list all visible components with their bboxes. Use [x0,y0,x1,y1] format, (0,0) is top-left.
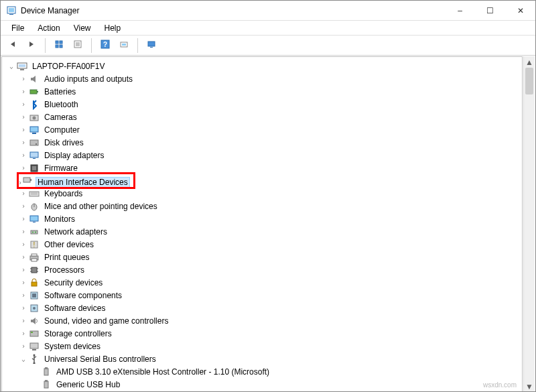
device-node[interactable]: AMD USB 3.10 eXtensible Host Controller … [6,365,522,378]
device-category[interactable]: ›Monitors [6,212,522,225]
expand-toggle[interactable]: › [18,101,29,108]
tree-item-label: Universal Serial Bus controllers [42,354,158,365]
device-category[interactable]: ›Batteries [6,85,522,98]
expand-toggle[interactable]: › [18,113,29,121]
expand-toggle[interactable]: › [18,75,29,82]
device-category[interactable]: ›Keyboards [6,187,522,200]
arrow-left-icon [8,40,17,51]
device-category[interactable]: ›Sound, video and game controllers [6,314,522,327]
device-category[interactable]: ›Bluetooth [6,98,522,111]
expand-toggle[interactable]: › [18,241,29,248]
svg-rect-40 [33,222,36,222]
device-category[interactable]: ›Network adapters [6,225,522,238]
svg-rect-61 [30,343,38,348]
svg-point-58 [33,307,36,310]
scroll-down-button[interactable]: ▼ [524,381,535,392]
tree-item-label: Audio inputs and outputs [42,74,135,84]
monitor-button[interactable] [143,38,159,54]
device-category[interactable]: ›Security devices [6,276,522,289]
device-category[interactable]: ›Computer [6,123,522,136]
device-category[interactable]: ›!Other devices [6,238,522,251]
device-category[interactable]: ›Print queues [6,251,522,263]
vertical-scrollbar[interactable]: ▲ ▼ [523,56,535,392]
device-category[interactable]: ›Audio inputs and outputs [6,72,522,85]
computer-root-icon [17,61,27,72]
collapse-toggle[interactable]: ⌄ [18,355,29,363]
scroll-track[interactable] [524,68,535,381]
device-category[interactable]: ›Cameras [6,111,522,123]
svg-rect-2 [9,14,13,15]
expand-toggle[interactable]: › [18,164,29,172]
window-title: Device Manager [21,6,79,15]
tree-item-label: Mice and other pointing devices [42,201,159,212]
svg-rect-19 [20,69,24,70]
tree-item-label: Monitors [42,214,77,224]
expand-toggle[interactable]: › [18,126,29,133]
usb-icon [29,354,40,365]
scroll-thumb[interactable] [525,68,533,94]
menu-help[interactable]: Help [98,22,128,34]
menu-file[interactable]: File [5,22,31,34]
tree-item-label: Storage controllers [42,328,114,339]
device-category[interactable]: ›Processors [6,263,522,276]
menu-action[interactable]: Action [31,22,66,34]
properties-button[interactable] [70,38,86,54]
device-category[interactable]: ›Storage controllers [6,327,522,340]
svg-rect-24 [30,127,38,132]
svg-rect-48 [31,259,37,261]
svg-rect-31 [32,166,36,170]
maximize-button[interactable]: ☐ [475,1,505,21]
device-category[interactable]: ›Software components [6,289,522,302]
device-category[interactable]: ›Display adapters [6,149,522,161]
expand-toggle[interactable]: › [18,342,29,350]
expand-toggle[interactable]: › [18,202,29,210]
device-tree[interactable]: ⌄LAPTOP-FFA00F1V›Audio inputs and output… [1,56,523,392]
grid-icon [54,40,64,51]
tree-item-label: Software devices [42,303,107,314]
expand-toggle[interactable]: › [18,215,29,222]
scroll-up-button[interactable]: ▲ [524,56,535,68]
device-category[interactable]: ⌄Universal Serial Bus controllers [6,352,522,365]
tree-item-label: Keyboards [42,188,84,199]
svg-point-63 [34,354,36,356]
expand-toggle[interactable]: › [18,266,29,273]
minimize-button[interactable]: – [445,1,475,21]
expand-toggle[interactable]: › [18,317,29,324]
expand-toggle[interactable]: › [18,88,29,95]
close-button[interactable]: ✕ [505,1,535,21]
titlebar: Device Manager – ☐ ✕ [1,1,535,21]
device-category[interactable]: ›Human Interface Devices [6,174,522,187]
firmware-icon [29,163,40,174]
back-button[interactable] [5,38,21,54]
watermark: wsxdn.com [483,381,517,389]
toolbar-separator [137,38,138,53]
device-category[interactable]: ›System devices [6,340,522,352]
expand-toggle[interactable]: › [18,139,29,146]
forward-button[interactable] [23,38,40,54]
svg-rect-5 [56,45,58,48]
device-category[interactable]: ›Mice and other pointing devices [6,200,522,212]
expand-toggle[interactable]: › [18,151,29,159]
software-icon [29,290,40,301]
help-button[interactable]: ? [97,38,113,54]
expand-toggle[interactable]: › [18,304,29,312]
svg-rect-47 [31,254,37,256]
menu-view[interactable]: View [67,22,98,34]
tree-item-label: Display adapters [42,150,106,161]
expand-toggle[interactable]: › [18,190,29,197]
expand-toggle[interactable]: › [18,228,29,235]
root-node[interactable]: ⌄LAPTOP-FFA00F1V [6,60,522,72]
device-category[interactable]: ›Firmware [6,161,522,174]
expand-toggle[interactable]: › [18,291,29,299]
toolbar: ? [1,36,535,56]
expand-toggle[interactable]: › [18,253,29,261]
expand-toggle[interactable]: › [18,279,29,286]
show-hidden-button[interactable] [51,38,67,54]
device-node[interactable]: Generic USB Hub [6,378,522,391]
svg-rect-3 [56,41,58,44]
device-category[interactable]: ›Disk drives [6,136,522,149]
scan-button[interactable] [116,38,132,54]
collapse-toggle[interactable]: ⌄ [6,62,17,70]
expand-toggle[interactable]: › [18,330,29,337]
device-category[interactable]: ›Software devices [6,302,522,314]
